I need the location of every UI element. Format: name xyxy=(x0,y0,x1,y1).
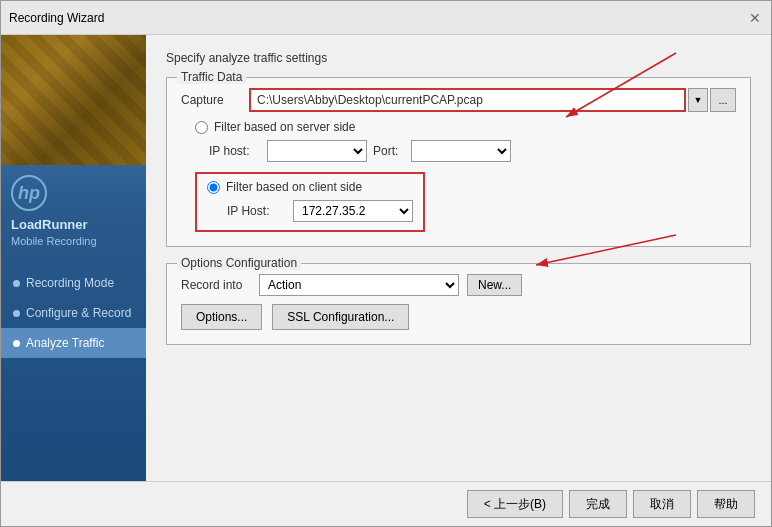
section-title: Specify analyze traffic settings xyxy=(166,51,751,65)
capture-label: Capture xyxy=(181,93,241,107)
ip-host-label: IP host: xyxy=(209,144,261,158)
sidebar-item-recording-mode[interactable]: Recording Mode xyxy=(1,268,146,298)
record-into-row: Record into Action New... xyxy=(181,274,736,296)
hp-logo: hp xyxy=(11,175,47,211)
finish-button[interactable]: 完成 xyxy=(569,490,627,518)
product-sub: Mobile Recording xyxy=(11,234,97,248)
ip-host-select[interactable] xyxy=(267,140,367,162)
capture-row: Capture ▼ ... xyxy=(181,88,736,112)
capture-browse-button[interactable]: ... xyxy=(710,88,736,112)
nav-dot-1 xyxy=(13,280,20,287)
help-button[interactable]: 帮助 xyxy=(697,490,755,518)
filter-client-radio-row: Filter based on client side xyxy=(207,180,413,194)
window-content: hp LoadRunner Mobile Recording Recording… xyxy=(1,35,771,481)
ssl-configuration-button[interactable]: SSL Configuration... xyxy=(272,304,409,330)
record-into-label: Record into xyxy=(181,278,251,292)
ip-host-client-label: IP Host: xyxy=(227,204,287,218)
title-bar: Recording Wizard ✕ xyxy=(1,1,771,35)
product-name: LoadRunner xyxy=(11,217,88,234)
action-buttons-row: Options... SSL Configuration... xyxy=(181,304,736,330)
traffic-data-label: Traffic Data xyxy=(177,70,246,84)
port-label: Port: xyxy=(373,144,405,158)
traffic-data-group: Traffic Data Capture ▼ ... xyxy=(166,77,751,247)
main-panel: Specify analyze traffic settings Traffic… xyxy=(146,35,771,481)
filter-server-radio-row: Filter based on server side xyxy=(195,120,736,134)
sidebar-logo-area: hp LoadRunner Mobile Recording xyxy=(1,165,146,258)
filter-client-radio[interactable] xyxy=(207,181,220,194)
bottom-bar: < 上一步(B) 完成 取消 帮助 xyxy=(1,481,771,526)
sidebar-item-configure-record[interactable]: Configure & Record xyxy=(1,298,146,328)
ip-host-client-row: IP Host: 172.27.35.2 xyxy=(227,200,413,222)
sidebar-image xyxy=(1,35,146,165)
sidebar-item-recording-mode-label: Recording Mode xyxy=(26,276,114,290)
filter-server-group: Filter based on server side IP host: Por… xyxy=(195,120,736,162)
port-select[interactable] xyxy=(411,140,511,162)
main-content-wrapper: Specify analyze traffic settings Traffic… xyxy=(146,35,771,481)
sidebar-item-analyze-traffic-label: Analyze Traffic xyxy=(26,336,104,350)
new-button[interactable]: New... xyxy=(467,274,522,296)
filter-server-radio[interactable] xyxy=(195,121,208,134)
sidebar-nav: Recording Mode Configure & Record Analyz… xyxy=(1,268,146,358)
sidebar-item-configure-record-label: Configure & Record xyxy=(26,306,131,320)
ip-host-client-select[interactable]: 172.27.35.2 xyxy=(293,200,413,222)
sidebar-item-analyze-traffic[interactable]: Analyze Traffic xyxy=(1,328,146,358)
filter-client-box: Filter based on client side IP Host: 172… xyxy=(195,172,425,232)
prev-button[interactable]: < 上一步(B) xyxy=(467,490,563,518)
capture-input[interactable] xyxy=(249,88,686,112)
record-into-select[interactable]: Action xyxy=(259,274,459,296)
close-button[interactable]: ✕ xyxy=(747,10,763,26)
options-button[interactable]: Options... xyxy=(181,304,262,330)
capture-input-container: ▼ ... xyxy=(249,88,736,112)
ip-port-row: IP host: Port: xyxy=(209,140,736,162)
options-config-group: Options Configuration Record into Action… xyxy=(166,263,751,345)
options-config-label: Options Configuration xyxy=(177,256,301,270)
nav-dot-2 xyxy=(13,310,20,317)
capture-dropdown-button[interactable]: ▼ xyxy=(688,88,708,112)
recording-wizard-window: Recording Wizard ✕ hp LoadRunner Mobile … xyxy=(0,0,772,527)
filter-server-label: Filter based on server side xyxy=(214,120,355,134)
filter-client-label: Filter based on client side xyxy=(226,180,362,194)
window-title: Recording Wizard xyxy=(9,11,104,25)
cancel-button[interactable]: 取消 xyxy=(633,490,691,518)
nav-dot-3 xyxy=(13,340,20,347)
sidebar: hp LoadRunner Mobile Recording Recording… xyxy=(1,35,146,481)
sidebar-image-overlay xyxy=(1,35,146,165)
